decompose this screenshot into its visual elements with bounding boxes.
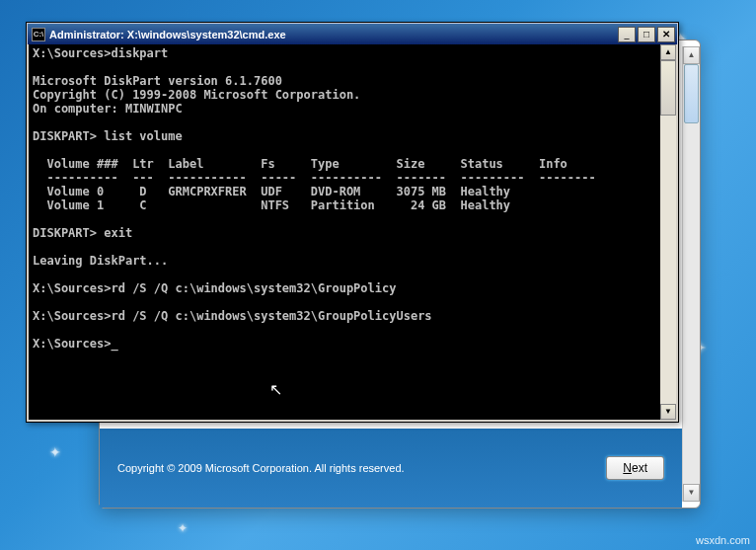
terminal-output[interactable]: X:\Sources>diskpart Microsoft DiskPart v… [29,44,660,420]
terminal-scrollbar[interactable]: ▲ ▼ [660,44,676,420]
watermark: wsxdn.com [696,534,750,546]
scroll-up-icon[interactable]: ▲ [683,46,700,64]
next-button[interactable]: NNextext [606,456,664,480]
maximize-button[interactable]: □ [638,27,655,42]
scroll-thumb[interactable] [684,64,699,123]
titlebar[interactable]: C:\ Administrator: X:\windows\system32\c… [27,23,678,44]
decoration-star: ✦ [49,444,61,460]
scroll-up-icon[interactable]: ▲ [660,44,676,60]
cmd-window: C:\ Administrator: X:\windows\system32\c… [26,22,679,423]
minimize-button[interactable]: _ [618,27,636,42]
window-title: Administrator: X:\windows\system32\cmd.e… [49,29,286,40]
setup-scrollbar[interactable]: ▲ ▼ [682,46,700,502]
decoration-star: ✦ [178,521,188,535]
cmd-icon: C:\ [32,28,45,41]
close-button[interactable]: ✕ [657,27,675,42]
scroll-down-icon[interactable]: ▼ [683,484,700,502]
scroll-down-icon[interactable]: ▼ [660,404,676,420]
scroll-thumb[interactable] [660,60,676,116]
copyright-text: Copyright © 2009 Microsoft Corporation. … [117,462,405,474]
